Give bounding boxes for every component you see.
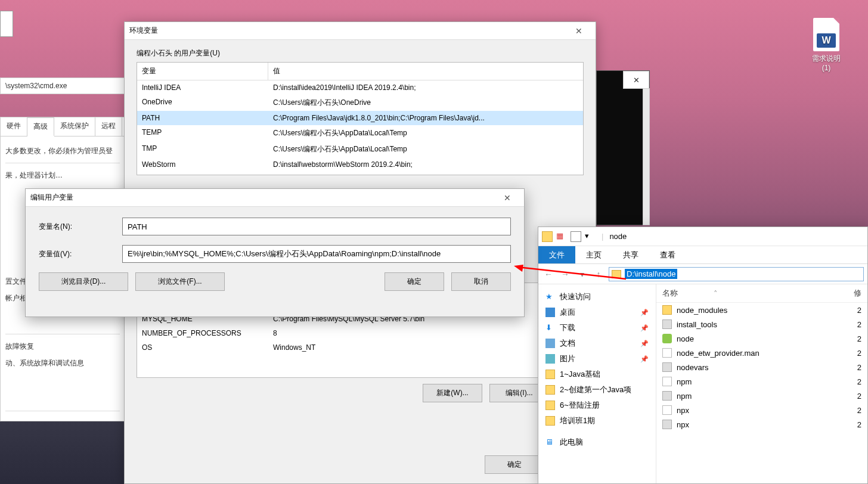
cell-val: D:\install\idea2019\IntelliJ IDEA 2019.2… xyxy=(268,82,583,93)
file-row[interactable]: node2 xyxy=(656,331,867,346)
file-row[interactable]: node_modules2 xyxy=(656,303,867,317)
file-row[interactable]: nodevars2 xyxy=(656,360,867,374)
address-bar[interactable]: D:\install\node xyxy=(609,267,864,281)
file-name: npm xyxy=(677,377,852,386)
nav-folder[interactable]: 培训班1期 xyxy=(542,413,652,429)
user-vars-table[interactable]: 变量 值 IntelliJ IDEAD:\install\idea2019\In… xyxy=(137,62,584,175)
nav-documents[interactable]: 文档📌 xyxy=(542,336,652,351)
nav-desktop[interactable]: 桌面📌 xyxy=(542,305,652,320)
browse-file-button[interactable]: 浏览文件(F)... xyxy=(135,272,225,291)
desktop-word-icon[interactable]: W 需求说明(1) xyxy=(808,18,844,72)
cmd-window-partial: ✕ xyxy=(596,70,650,225)
table-row[interactable]: WebStormD:\install\webstorm\WebStorm 201… xyxy=(137,157,583,172)
nav-pane[interactable]: ★快速访问 桌面📌 ⬇下载📌 文档📌 图片📌 1~Java基础 2~创建第一个J… xyxy=(538,284,656,483)
cancel-button[interactable]: 取消 xyxy=(451,272,511,291)
tab-advanced[interactable]: 高级 xyxy=(27,117,54,136)
file-row[interactable]: install_tools2 xyxy=(656,317,867,331)
table-row[interactable]: PATHC:\Program Files\Java\jdk1.8.0_201\b… xyxy=(137,111,583,125)
cmd-icon xyxy=(662,420,672,429)
file-list[interactable]: 名称˄ 修 node_modules2install_tools2node2no… xyxy=(656,284,867,483)
col-modified[interactable]: 修 xyxy=(854,288,861,299)
tab-view[interactable]: 查看 xyxy=(649,246,686,263)
file-name: node_etw_provider.man xyxy=(677,349,852,358)
table-row[interactable]: NUMBER_OF_PROCESSORS8 xyxy=(137,326,583,340)
file-name: npx xyxy=(677,420,852,429)
table-row[interactable]: TMPC:\Users\编程小石头\AppData\Local\Temp xyxy=(137,141,583,157)
tab-hardware[interactable]: 硬件 xyxy=(1,117,27,136)
table-row[interactable]: TEMPC:\Users\编程小石头\AppData\Local\Temp xyxy=(137,125,583,141)
back-icon[interactable]: ← xyxy=(542,268,555,281)
file-row[interactable]: node_etw_provider.man2 xyxy=(656,346,867,360)
file-icon xyxy=(662,348,672,358)
browse-dir-button[interactable]: 浏览目录(D)... xyxy=(39,272,128,291)
sort-icon[interactable]: ˄ xyxy=(714,289,718,298)
file-row[interactable]: npx2 xyxy=(656,417,867,432)
nav-quick-access[interactable]: ★快速访问 xyxy=(542,289,652,305)
sysprop-text: 大多数更改，你必须作为管理员登 xyxy=(5,142,120,159)
nav-this-pc[interactable]: 🖥此电脑 xyxy=(542,435,652,450)
scrollbar[interactable] xyxy=(643,88,650,225)
partial-desktop-icon[interactable] xyxy=(0,11,13,37)
nav-folder[interactable]: 1~Java基础 xyxy=(542,367,652,382)
file-explorer-window: ▦ ▾ | node 文件 主页 共享 查看 ← → ▾ ↑ D:\instal… xyxy=(538,227,868,484)
close-icon[interactable]: ✕ xyxy=(567,26,591,36)
nav-pictures[interactable]: 图片📌 xyxy=(542,351,652,367)
ok-button[interactable]: 确定 xyxy=(485,455,544,474)
cell-val: Windows_NT xyxy=(268,342,583,353)
table-row[interactable]: OSWindows_NT xyxy=(137,340,583,355)
close-icon[interactable]: ✕ xyxy=(623,71,649,89)
file-date: 2 xyxy=(857,349,861,358)
col-value[interactable]: 值 xyxy=(268,63,583,80)
cell-var: PATH xyxy=(137,113,268,123)
var-name-input[interactable] xyxy=(122,218,511,235)
desktop-icon xyxy=(545,308,555,317)
cell-val: C:\Users\编程小石头\AppData\Local\Temp xyxy=(268,127,583,139)
file-row[interactable]: npm2 xyxy=(656,374,867,389)
pin-icon: 📌 xyxy=(640,355,649,363)
tab-remote[interactable]: 远程 xyxy=(95,117,122,136)
tab-share[interactable]: 共享 xyxy=(612,246,649,263)
window-title: node xyxy=(609,232,627,241)
cell-val: C:\Users\编程小石头\OneDrive xyxy=(268,97,583,109)
folder-icon xyxy=(545,385,555,395)
tab-home[interactable]: 主页 xyxy=(575,246,612,263)
close-icon[interactable]: ✕ xyxy=(495,193,519,203)
col-variable[interactable]: 变量 xyxy=(137,63,268,80)
file-name: install_tools xyxy=(677,320,852,329)
forward-icon[interactable]: → xyxy=(559,268,572,281)
table-row[interactable]: IntelliJ IDEAD:\install\idea2019\Intelli… xyxy=(137,80,583,95)
file-date: 2 xyxy=(857,392,861,401)
pc-icon: 🖥 xyxy=(545,438,555,447)
ok-button[interactable]: 确定 xyxy=(385,272,444,291)
file-name: node xyxy=(677,334,852,343)
tab-file[interactable]: 文件 xyxy=(538,246,575,263)
var-value-input[interactable] xyxy=(122,245,511,263)
cell-var: NUMBER_OF_PROCESSORS xyxy=(137,328,268,339)
up-icon[interactable]: ↑ xyxy=(592,268,605,281)
tab-sysprotect[interactable]: 系统保护 xyxy=(54,117,95,136)
file-name: npx xyxy=(677,406,852,415)
chevron-down-icon[interactable]: ▾ xyxy=(575,268,588,281)
nav-folder[interactable]: 6~登陆注册 xyxy=(542,398,652,413)
file-row[interactable]: npm2 xyxy=(656,389,867,403)
folder-icon xyxy=(542,231,553,242)
download-icon: ⬇ xyxy=(545,323,555,333)
pin-icon: 📌 xyxy=(640,309,649,317)
qat-icon[interactable]: ▦ xyxy=(556,231,567,242)
nav-folder[interactable]: 2~创建第一个Java项 xyxy=(542,382,652,398)
word-file-icon: W xyxy=(813,18,839,51)
cell-val: 8 xyxy=(268,328,583,339)
nav-downloads[interactable]: ⬇下载📌 xyxy=(542,320,652,336)
file-date: 2 xyxy=(857,363,861,372)
cell-val: C:\Program Files\Java\jdk1.8.0_201\bin;C… xyxy=(268,113,583,123)
col-name[interactable]: 名称 xyxy=(662,288,678,299)
new-button[interactable]: 新建(W)... xyxy=(423,384,482,402)
file-name: npm xyxy=(677,392,852,401)
dropdown-icon[interactable]: ▾ xyxy=(585,231,596,242)
file-row[interactable]: npx2 xyxy=(656,403,867,417)
qat-icon[interactable] xyxy=(571,231,581,242)
document-icon xyxy=(545,339,555,348)
table-row[interactable]: OneDriveC:\Users\编程小石头\OneDrive xyxy=(137,95,583,111)
sysprop-text: 果，处理器计划… xyxy=(5,167,120,184)
dialog-title: 环境变量 xyxy=(129,26,567,36)
